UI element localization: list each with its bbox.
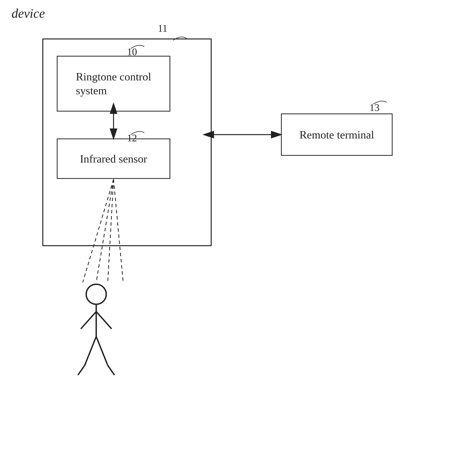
svg-point-8	[86, 284, 106, 304]
diagram-container: device 11 Ringtone controlsystem 10 Infr…	[0, 0, 463, 476]
svg-line-13	[78, 365, 85, 375]
svg-line-11	[96, 312, 112, 329]
label-13: 13	[369, 102, 380, 113]
svg-line-15	[108, 365, 115, 375]
label-11: 11	[158, 23, 167, 34]
infrared-label: Infrared sensor	[80, 152, 147, 165]
person-figure	[69, 283, 123, 390]
device-label: device	[11, 6, 45, 21]
infrared-sensor-box: Infrared sensor	[57, 138, 170, 179]
label-10: 10	[127, 46, 137, 58]
remote-label: Remote terminal	[299, 128, 374, 141]
remote-terminal-box: Remote terminal	[281, 113, 392, 156]
label-12: 12	[127, 132, 137, 144]
svg-line-10	[81, 312, 96, 329]
ringtone-control-box: Ringtone controlsystem	[57, 56, 170, 112]
svg-line-12	[85, 337, 96, 365]
svg-line-14	[96, 337, 108, 365]
ringtone-label: Ringtone controlsystem	[72, 68, 155, 100]
